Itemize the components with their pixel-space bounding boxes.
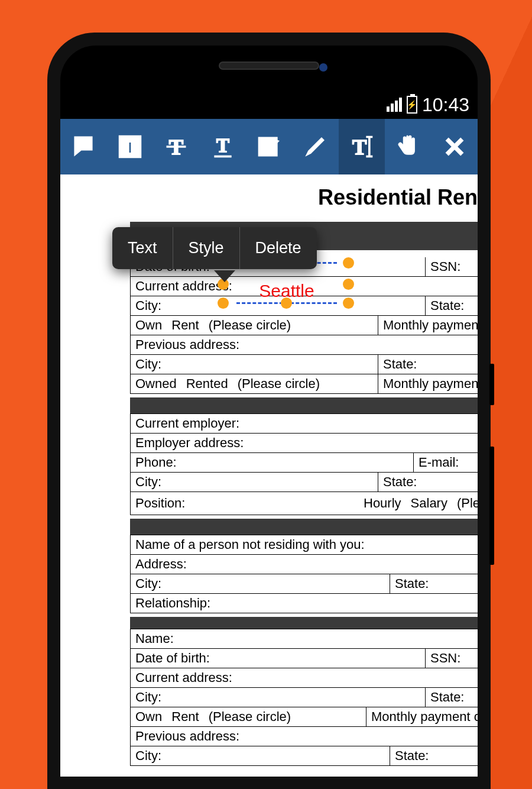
phone-speaker [219,62,319,70]
svg-text:T: T [216,135,229,156]
field-label: Employer address: [131,434,248,452]
phone-camera-dot [319,63,327,72]
document-viewport[interactable]: Residential Ren Date of birth: SSN: Curr… [60,174,478,777]
field-label: City: [131,688,166,707]
phone-side-button [489,364,494,405]
resize-handle[interactable] [343,257,354,269]
resize-handle[interactable] [218,298,229,309]
text-annotation[interactable]: Seattle [231,281,343,301]
signal-icon [387,98,402,112]
context-menu-style[interactable]: Style [173,227,240,269]
field-label: Salary [406,494,452,513]
field-label: State: [425,688,478,707]
svg-text:T: T [352,135,366,159]
textbox-tool[interactable]: T [106,119,153,174]
field-label: Monthly payment or rent: [378,374,478,393]
field-label: Current address: [131,668,237,687]
field-label: Previous address: [131,727,244,746]
field-label: State: [378,473,478,491]
status-time: 10:43 [422,94,469,116]
resize-handle[interactable] [343,279,354,290]
resize-handle[interactable] [343,298,354,309]
field-label: E-mail: [413,453,478,472]
context-menu-delete[interactable]: Delete [240,227,317,269]
signature-tool[interactable] [246,119,292,174]
comment-tool[interactable] [60,119,106,174]
toolbar: T T T T [60,119,478,174]
field-label: Name of a person not residing with you: [131,535,369,554]
field-label: SSN: [425,257,478,276]
close-button[interactable] [432,119,478,174]
field-label: (Please circle) [233,374,325,393]
svg-text:T: T [124,138,136,157]
field-label: State: [378,355,478,374]
field-label: Hourly [359,494,406,513]
context-menu-text[interactable]: Text [112,227,173,269]
document-title: Residential Ren [261,174,478,218]
field-label: City: [131,746,166,765]
field-label: Previous address: [131,335,244,354]
field-label: City: [131,296,166,315]
field-label: (Please c [452,494,478,513]
field-label: Own [131,316,167,335]
underline-tool[interactable]: T [199,119,245,174]
field-label: Monthly payment or rent: [378,316,478,335]
field-label: Position: [131,494,190,513]
field-label: Rented [181,374,233,393]
field-label: Phone: [131,453,181,472]
field-label: State: [390,746,478,765]
field-label: Date of birth: [131,649,215,668]
resize-handle[interactable] [281,298,292,309]
context-menu: Text Style Delete [112,227,317,269]
field-label: City: [131,355,166,374]
field-label: City: [131,473,166,491]
strikethrough-tool[interactable]: T [153,119,199,174]
field-label: Rent [167,707,203,726]
field-label: Own [131,707,167,726]
field-label: Current employer: [131,414,244,433]
field-label: Name: [131,629,179,648]
field-label: Rent [167,316,203,335]
field-label: Owned [131,374,181,393]
field-label: State: [425,296,478,315]
draw-tool[interactable] [292,119,338,174]
field-label: Monthly payment or rent: [366,707,478,726]
phone-frame: ⚡ 10:43 T T T T [47,33,491,789]
field-label: SSN: [425,649,478,668]
field-label: (Please circle) [204,707,296,726]
context-menu-caret [214,270,235,282]
text-edit-tool[interactable]: T [339,119,385,174]
battery-icon: ⚡ [407,96,417,114]
field-label: Relationship: [131,594,215,613]
phone-side-button [489,447,494,565]
field-label: State: [390,574,478,593]
field-label: City: [131,574,166,593]
status-bar: ⚡ 10:43 [60,90,478,119]
field-label: Address: [131,555,192,574]
field-label: (Please circle) [204,316,296,335]
form-content: Date of birth: SSN: Current address: Cit… [130,222,478,766]
phone-screen: ⚡ 10:43 T T T T [60,46,478,777]
pan-tool[interactable] [385,119,431,174]
